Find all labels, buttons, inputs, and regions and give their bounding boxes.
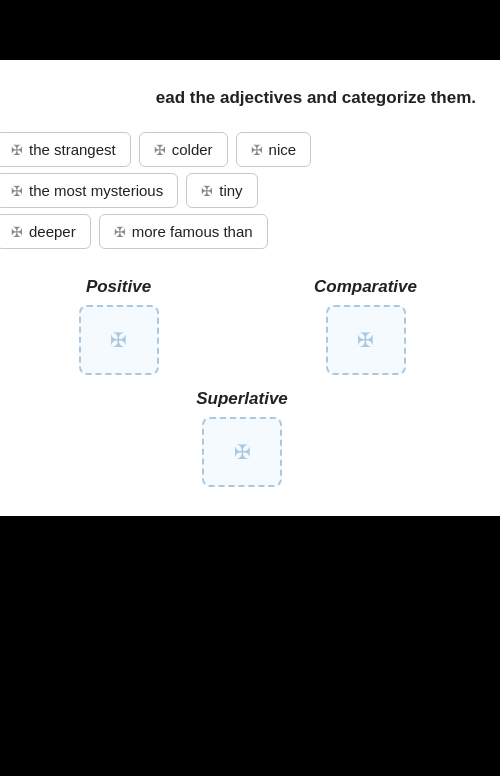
chip-label-6: deeper [29,223,76,240]
chip-deeper[interactable]: ✠ deeper [0,214,91,249]
comparative-category: Comparative ✠ [247,277,484,375]
chip-most-mysterious[interactable]: ✠ the most mysterious [0,173,178,208]
positive-category: Positive ✠ [0,277,237,375]
main-container: ead the adjectives and categorize them. … [0,0,500,776]
chip-nice[interactable]: ✠ nice [236,132,312,167]
chip-label-1: the strangest [29,141,116,158]
move-icon-7: ✠ [114,225,126,239]
superlative-drop-icon: ✠ [234,440,251,464]
chip-the-strangest[interactable]: ✠ the strangest [0,132,131,167]
chip-tiny[interactable]: ✠ tiny [186,173,257,208]
top-black-bar [0,0,500,60]
drag-row-3: ✠ deeper ✠ more famous than [0,214,476,249]
move-icon-3: ✠ [251,143,263,157]
comparative-drop-icon: ✠ [357,328,374,352]
chip-label-3: nice [269,141,297,158]
positive-drop-zone[interactable]: ✠ [79,305,159,375]
superlative-drop-zone[interactable]: ✠ [202,417,282,487]
categories-section: Positive ✠ Comparative ✠ Superlative ✠ [0,277,484,507]
positive-comparative-row: Positive ✠ Comparative ✠ [0,277,484,375]
move-icon-5: ✠ [201,184,213,198]
drag-row-2: ✠ the most mysterious ✠ tiny [0,173,476,208]
comparative-label: Comparative [314,277,417,297]
bottom-black-bar [0,516,500,776]
drag-row-1: ✠ the strangest ✠ colder ✠ nice [0,132,476,167]
comparative-drop-zone[interactable]: ✠ [326,305,406,375]
move-icon-1: ✠ [11,143,23,157]
chip-label-7: more famous than [132,223,253,240]
instruction-text: ead the adjectives and categorize them. [0,76,484,122]
move-icon-2: ✠ [154,143,166,157]
positive-label: Positive [86,277,151,297]
drag-items-area: ✠ the strangest ✠ colder ✠ nice ✠ the mo… [0,122,484,259]
chip-label-4: the most mysterious [29,182,163,199]
chip-colder[interactable]: ✠ colder [139,132,228,167]
chip-label-2: colder [172,141,213,158]
chip-label-5: tiny [219,182,242,199]
move-icon-4: ✠ [11,184,23,198]
instruction-label: ead the adjectives and categorize them. [156,88,476,107]
positive-drop-icon: ✠ [110,328,127,352]
move-icon-6: ✠ [11,225,23,239]
chip-more-famous-than[interactable]: ✠ more famous than [99,214,268,249]
content-area: ead the adjectives and categorize them. … [0,60,500,516]
superlative-label: Superlative [196,389,288,409]
superlative-section: Superlative ✠ [196,389,288,487]
